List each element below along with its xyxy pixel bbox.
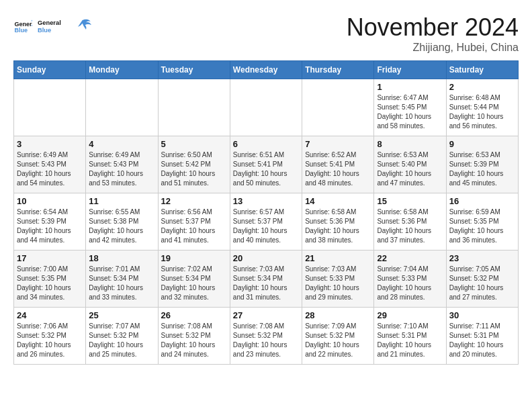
calendar-cell: 21Sunrise: 7:03 AM Sunset: 5:33 PM Dayli… bbox=[302, 250, 374, 308]
weekday-header-row: SundayMondayTuesdayWednesdayThursdayFrid… bbox=[14, 61, 519, 79]
weekday-header: Thursday bbox=[302, 61, 374, 79]
calendar-cell: 7Sunrise: 6:52 AM Sunset: 5:41 PM Daylig… bbox=[302, 136, 374, 193]
day-number: 10 bbox=[17, 196, 83, 206]
day-number: 6 bbox=[233, 139, 299, 149]
calendar-cell: 30Sunrise: 7:11 AM Sunset: 5:31 PM Dayli… bbox=[446, 308, 518, 365]
calendar-cell: 24Sunrise: 7:06 AM Sunset: 5:32 PM Dayli… bbox=[14, 308, 86, 365]
calendar-cell: 23Sunrise: 7:05 AM Sunset: 5:32 PM Dayli… bbox=[446, 250, 518, 308]
calendar-cell: 20Sunrise: 7:03 AM Sunset: 5:34 PM Dayli… bbox=[230, 250, 302, 308]
day-info: Sunrise: 7:03 AM Sunset: 5:34 PM Dayligh… bbox=[233, 265, 299, 302]
svg-text:Blue: Blue bbox=[14, 27, 28, 34]
day-number: 14 bbox=[305, 196, 371, 206]
calendar-cell bbox=[14, 79, 86, 136]
weekday-header: Wednesday bbox=[230, 61, 302, 79]
day-number: 18 bbox=[89, 253, 154, 263]
day-info: Sunrise: 6:52 AM Sunset: 5:41 PM Dayligh… bbox=[305, 150, 371, 188]
day-info: Sunrise: 7:08 AM Sunset: 5:32 PM Dayligh… bbox=[233, 322, 299, 359]
day-info: Sunrise: 7:04 AM Sunset: 5:33 PM Dayligh… bbox=[377, 265, 443, 302]
calendar-cell: 15Sunrise: 6:58 AM Sunset: 5:36 PM Dayli… bbox=[374, 193, 446, 250]
title-section: November 2024 Zhijiang, Hubei, China bbox=[347, 13, 519, 54]
day-number: 28 bbox=[305, 310, 371, 320]
calendar-cell: 17Sunrise: 7:00 AM Sunset: 5:35 PM Dayli… bbox=[14, 250, 86, 308]
day-number: 23 bbox=[449, 253, 515, 263]
day-number: 12 bbox=[161, 196, 227, 206]
day-info: Sunrise: 7:06 AM Sunset: 5:32 PM Dayligh… bbox=[17, 322, 83, 359]
calendar-cell: 6Sunrise: 6:51 AM Sunset: 5:41 PM Daylig… bbox=[230, 136, 302, 193]
svg-text:Blue: Blue bbox=[38, 27, 51, 34]
calendar-cell: 1Sunrise: 6:47 AM Sunset: 5:45 PM Daylig… bbox=[374, 79, 446, 136]
day-info: Sunrise: 6:55 AM Sunset: 5:38 PM Dayligh… bbox=[89, 208, 154, 245]
day-number: 1 bbox=[377, 82, 443, 92]
day-number: 11 bbox=[89, 196, 154, 206]
svg-text:General: General bbox=[14, 21, 32, 28]
calendar-cell: 11Sunrise: 6:55 AM Sunset: 5:38 PM Dayli… bbox=[86, 193, 158, 250]
calendar-cell: 26Sunrise: 7:08 AM Sunset: 5:32 PM Dayli… bbox=[158, 308, 230, 365]
day-number: 2 bbox=[449, 82, 515, 92]
calendar-cell: 9Sunrise: 6:53 AM Sunset: 5:39 PM Daylig… bbox=[446, 136, 518, 193]
calendar-table: SundayMondayTuesdayWednesdayThursdayFrid… bbox=[13, 60, 519, 365]
svg-text:General: General bbox=[38, 19, 61, 26]
logo-bird-icon: General Blue bbox=[38, 13, 91, 40]
day-info: Sunrise: 6:58 AM Sunset: 5:36 PM Dayligh… bbox=[305, 208, 371, 245]
calendar-cell: 22Sunrise: 7:04 AM Sunset: 5:33 PM Dayli… bbox=[374, 250, 446, 308]
weekday-header: Tuesday bbox=[158, 61, 230, 79]
calendar-cell: 25Sunrise: 7:07 AM Sunset: 5:32 PM Dayli… bbox=[86, 308, 158, 365]
day-number: 27 bbox=[233, 310, 299, 320]
day-info: Sunrise: 6:59 AM Sunset: 5:35 PM Dayligh… bbox=[449, 208, 515, 245]
calendar-week-row: 17Sunrise: 7:00 AM Sunset: 5:35 PM Dayli… bbox=[14, 250, 519, 308]
day-info: Sunrise: 6:47 AM Sunset: 5:45 PM Dayligh… bbox=[377, 93, 443, 131]
calendar-cell: 14Sunrise: 6:58 AM Sunset: 5:36 PM Dayli… bbox=[302, 193, 374, 250]
day-info: Sunrise: 7:05 AM Sunset: 5:32 PM Dayligh… bbox=[449, 265, 515, 302]
day-number: 26 bbox=[161, 310, 227, 320]
day-number: 20 bbox=[233, 253, 299, 263]
calendar-cell: 4Sunrise: 6:49 AM Sunset: 5:43 PM Daylig… bbox=[86, 136, 158, 193]
calendar-cell bbox=[86, 79, 158, 136]
weekday-header: Saturday bbox=[446, 61, 518, 79]
calendar-cell bbox=[158, 79, 230, 136]
day-info: Sunrise: 6:49 AM Sunset: 5:43 PM Dayligh… bbox=[17, 150, 83, 188]
day-info: Sunrise: 7:00 AM Sunset: 5:35 PM Dayligh… bbox=[17, 265, 83, 302]
weekday-header: Monday bbox=[86, 61, 158, 79]
day-info: Sunrise: 6:49 AM Sunset: 5:43 PM Dayligh… bbox=[89, 150, 154, 188]
calendar-cell: 27Sunrise: 7:08 AM Sunset: 5:32 PM Dayli… bbox=[230, 308, 302, 365]
day-number: 16 bbox=[449, 196, 515, 206]
day-info: Sunrise: 6:56 AM Sunset: 5:37 PM Dayligh… bbox=[161, 208, 227, 245]
calendar-cell: 28Sunrise: 7:09 AM Sunset: 5:32 PM Dayli… bbox=[302, 308, 374, 365]
day-info: Sunrise: 6:48 AM Sunset: 5:44 PM Dayligh… bbox=[449, 93, 515, 131]
calendar-cell: 8Sunrise: 6:53 AM Sunset: 5:40 PM Daylig… bbox=[374, 136, 446, 193]
day-info: Sunrise: 7:03 AM Sunset: 5:33 PM Dayligh… bbox=[305, 265, 371, 302]
calendar-cell: 19Sunrise: 7:02 AM Sunset: 5:34 PM Dayli… bbox=[158, 250, 230, 308]
day-info: Sunrise: 6:53 AM Sunset: 5:39 PM Dayligh… bbox=[449, 150, 515, 188]
logo-icon: General Blue bbox=[13, 17, 32, 36]
calendar-cell: 2Sunrise: 6:48 AM Sunset: 5:44 PM Daylig… bbox=[446, 79, 518, 136]
day-number: 17 bbox=[17, 253, 83, 263]
day-number: 8 bbox=[377, 139, 443, 149]
day-info: Sunrise: 7:11 AM Sunset: 5:31 PM Dayligh… bbox=[449, 322, 515, 359]
day-info: Sunrise: 7:01 AM Sunset: 5:34 PM Dayligh… bbox=[89, 265, 154, 302]
calendar-week-row: 3Sunrise: 6:49 AM Sunset: 5:43 PM Daylig… bbox=[14, 136, 519, 193]
day-info: Sunrise: 7:02 AM Sunset: 5:34 PM Dayligh… bbox=[161, 265, 227, 302]
calendar-cell: 12Sunrise: 6:56 AM Sunset: 5:37 PM Dayli… bbox=[158, 193, 230, 250]
calendar-cell: 18Sunrise: 7:01 AM Sunset: 5:34 PM Dayli… bbox=[86, 250, 158, 308]
day-number: 7 bbox=[305, 139, 371, 149]
day-number: 4 bbox=[89, 139, 154, 149]
calendar-week-row: 10Sunrise: 6:54 AM Sunset: 5:39 PM Dayli… bbox=[14, 193, 519, 250]
calendar-cell: 3Sunrise: 6:49 AM Sunset: 5:43 PM Daylig… bbox=[14, 136, 86, 193]
day-number: 5 bbox=[161, 139, 227, 149]
day-number: 13 bbox=[233, 196, 299, 206]
day-info: Sunrise: 6:53 AM Sunset: 5:40 PM Dayligh… bbox=[377, 150, 443, 188]
calendar-cell bbox=[230, 79, 302, 136]
day-info: Sunrise: 6:58 AM Sunset: 5:36 PM Dayligh… bbox=[377, 208, 443, 245]
calendar-cell: 16Sunrise: 6:59 AM Sunset: 5:35 PM Dayli… bbox=[446, 193, 518, 250]
calendar-week-row: 1Sunrise: 6:47 AM Sunset: 5:45 PM Daylig… bbox=[14, 79, 519, 136]
day-number: 15 bbox=[377, 196, 443, 206]
day-info: Sunrise: 7:08 AM Sunset: 5:32 PM Dayligh… bbox=[161, 322, 227, 359]
month-title: November 2024 bbox=[347, 13, 519, 42]
day-number: 29 bbox=[377, 310, 443, 320]
location-title: Zhijiang, Hubei, China bbox=[347, 42, 519, 54]
day-number: 21 bbox=[305, 253, 371, 263]
calendar-cell: 29Sunrise: 7:10 AM Sunset: 5:31 PM Dayli… bbox=[374, 308, 446, 365]
logo: General Blue General Blue bbox=[13, 13, 91, 40]
day-number: 9 bbox=[449, 139, 515, 149]
calendar-cell: 13Sunrise: 6:57 AM Sunset: 5:37 PM Dayli… bbox=[230, 193, 302, 250]
